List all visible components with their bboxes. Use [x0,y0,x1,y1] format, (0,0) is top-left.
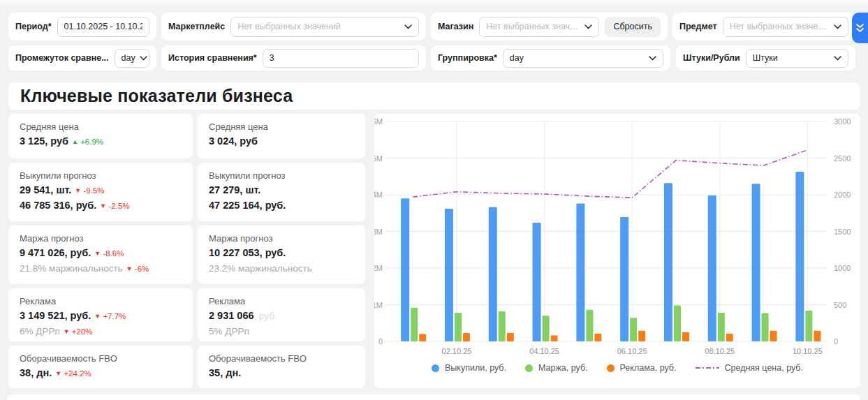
kpi-value: 46 785 316, руб. [20,200,96,211]
trend-down-icon: ▼ [94,313,101,320]
kpi-card: Оборачиваемость FBO38, дн.▼ +24.2% [8,346,193,388]
kpi-line: 3 149 521, руб.▼ +7.7% [20,309,182,324]
trend-down-icon: ▼ [55,370,61,377]
right-axis-tick: 0 [834,337,838,346]
kpi-line: 38, дн.▼ +24.2% [20,366,182,381]
kpi-line: 3 024, руб [209,134,354,149]
shop-select[interactable]: Нет выбранных значений [479,17,599,37]
reset-button[interactable]: Сбросить [605,17,661,37]
trend-down-icon: ▼ [126,265,133,272]
right-axis-tick: 1000 [834,264,851,272]
kpi-card: Маржа прогноз9 471 026, руб.▼ -8.6%21.8%… [8,225,193,284]
legend-dashdot-line-icon [696,367,719,369]
kpi-value: 47 225 164, руб. [209,200,286,211]
kpi-line: 35, дн. [209,366,354,381]
compare-history-label: История сравнения* [168,53,257,63]
bar-0-day-10 [795,172,804,341]
kpi-value: 23.2% маржинальность [209,263,312,274]
kpi-value: 38, дн. [20,367,52,378]
grouping-value: day [510,53,524,63]
bar-2-day-6 [638,331,645,341]
kpi-value: 29 541, шт. [20,184,71,195]
kpi-title: Оборачиваемость FBO [209,353,354,364]
filter-card-units: Штуки/Рубли Штуки [676,45,855,71]
kpi-value: 21.8% маржинальность [20,263,123,274]
kpi-line: 23.2% маржинальность [209,261,354,276]
legend-dot-icon [432,364,439,372]
legend-item-3[interactable]: Средняя цена, руб. [696,363,803,373]
filter-card-subject: Предмет Нет выбранных значений [672,13,855,40]
bar-2-day-1 [419,334,426,342]
kpi-value: 35, дн. [209,367,241,378]
kpi-delta: ▼ +7.7% [94,312,126,320]
right-axis-tick: 2500 [834,154,851,163]
chevron-down-icon [404,24,412,29]
bar-0-day-3 [489,207,497,341]
bar-1-day-3 [499,311,506,341]
marketplace-placeholder: Нет выбранных значений [237,22,341,31]
kpi-line: 29 541, шт.▼ -9.5% [20,183,182,198]
kpi-line: 46 785 316, руб.▼ -2.5% [20,198,182,214]
kpi-delta: ▼ -8.6% [94,249,124,258]
bar-0-day-5 [576,204,584,341]
bar-1-day-4 [543,316,550,341]
kpi-value: 27 279, шт. [209,184,260,195]
legend-label: Реклама, руб. [620,363,677,373]
left-axis-tick: 0 [378,337,383,346]
bar-1-day-9 [762,313,769,341]
left-axis-tick: 4M [374,191,383,199]
grouping-select[interactable]: day [503,49,663,68]
units-select[interactable]: Штуки [746,49,848,68]
x-axis-label: 02.10.25 [442,347,472,355]
bar-0-day-7 [664,183,672,341]
kpi-title: Маржа прогноз [20,233,182,244]
right-axis-tick: 1500 [834,228,851,236]
marketplace-select[interactable]: Нет выбранных значений [230,17,419,37]
kpi-value: 6% ДРРп [20,326,60,336]
shop-label: Магазин [438,22,473,31]
right-axis-tick: 3000 [834,117,851,126]
bar-1-day-1 [411,308,418,341]
x-axis-label: 04.10.25 [529,347,559,355]
kpi-card: Средняя цена3 024, руб [198,114,365,158]
avg-price-line [413,150,807,198]
kpi-value: 3 149 521, руб. [20,310,91,321]
compare-interval-label: Промежуток сравне... [15,53,109,63]
grouping-label: Группировка* [438,53,497,63]
kpi-line: 21.8% маржинальность▼ -6% [20,261,182,276]
legend-item-1[interactable]: Маржа, руб. [525,363,588,373]
kpi-card: Реклама2 931 066, руб.5% ДРРп [198,288,365,341]
compare-history-input[interactable] [263,49,419,68]
trend-down-icon: ▼ [64,328,70,335]
kpi-title: Выкупили прогноз [20,170,182,181]
x-axis-label: 06.10.25 [617,347,647,355]
left-axis-tick: 2M [374,264,383,272]
bar-1-day-10 [805,311,812,341]
kpi-value: 3 125, руб [20,135,68,147]
filter-card-period: Период* [8,13,156,40]
bar-0-day-2 [445,209,453,341]
kpi-value: , руб. [254,311,277,321]
expand-filters-button[interactable] [852,13,868,43]
left-axis-tick: 6M [374,117,383,126]
legend-dot-icon [607,364,615,372]
period-input[interactable] [57,17,149,37]
bar-1-day-2 [455,313,462,341]
kpi-line: 2 931 066, руб. [209,309,354,324]
legend-item-2[interactable]: Реклама, руб. [607,363,677,373]
legend-item-0[interactable]: Выкупили, руб. [432,363,506,373]
filter-card-compare-history: История сравнения* [161,45,426,71]
kpi-title: Реклама [20,296,182,306]
filter-card-shop: Магазин Нет выбранных значений Сбросить [431,13,668,40]
right-axis-tick: 500 [834,301,846,309]
bar-0-day-6 [620,217,628,341]
dashboard: Период* Маркетплейс Нет выбранных значен… [0,0,868,400]
bar-1-day-5 [586,310,593,341]
kpi-title: Выкупили прогноз [209,170,354,181]
left-axis-tick: 1M [374,301,383,309]
subject-label: Предмет [679,22,717,31]
subject-select[interactable]: Нет выбранных значений [723,17,848,37]
chevron-down-icon [649,56,656,61]
compare-interval-select[interactable]: day [115,49,149,68]
kpi-title: Реклама [209,296,354,306]
